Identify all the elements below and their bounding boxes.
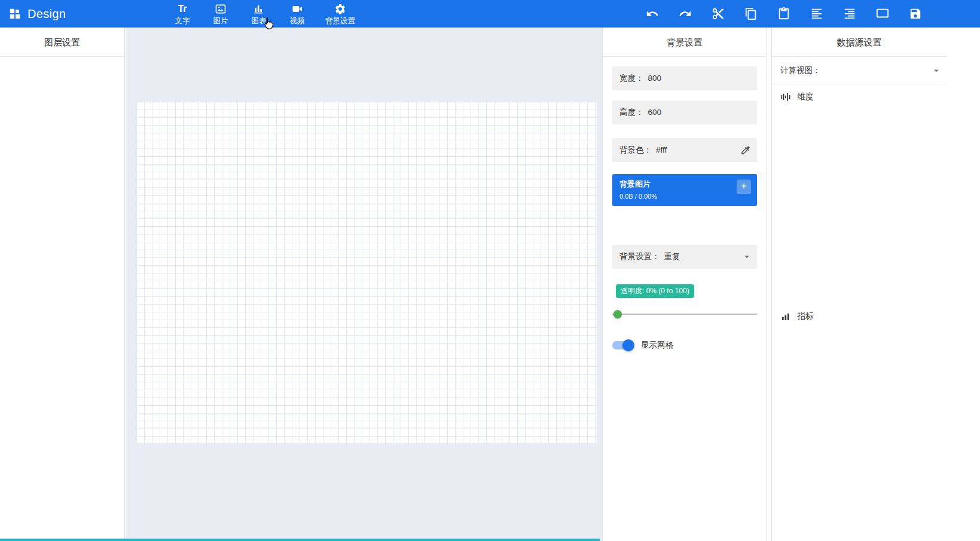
paste-icon[interactable] <box>777 7 791 21</box>
datasource-panel: 数据源设置 计算视图： 维度 <box>771 28 980 541</box>
app-logo-icon <box>8 7 22 20</box>
gear-icon <box>334 2 346 16</box>
datasource-panel-title: 数据源设置 <box>772 28 947 57</box>
background-panel-title: 背景设置 <box>603 28 767 57</box>
cut-icon[interactable] <box>711 7 725 21</box>
opacity-control: 透明度: 0% (0 to 100) <box>612 284 757 318</box>
width-field[interactable]: 宽度：800 <box>612 66 757 90</box>
metric-label: 指标 <box>797 311 814 322</box>
height-label: 高度： <box>619 108 644 117</box>
background-color-label: 背景色： <box>619 145 652 154</box>
app-title: Design <box>28 7 66 21</box>
metric-icon <box>780 311 791 322</box>
dimension-label: 维度 <box>797 92 814 102</box>
tool-chart[interactable]: 图表 <box>249 0 269 26</box>
background-repeat-value: 重复 <box>664 252 680 261</box>
background-settings-panel: 背景设置 宽度：800 高度：600 背景色：#fff 背景图片 0.0B / … <box>602 28 767 541</box>
background-color-value: #fff <box>656 145 667 154</box>
background-color-field[interactable]: 背景色：#fff <box>612 138 757 162</box>
eyedropper-icon[interactable] <box>740 145 751 156</box>
background-repeat-label: 背景设置： <box>619 252 660 261</box>
width-label: 宽度： <box>619 74 644 83</box>
add-image-button[interactable]: + <box>737 180 751 194</box>
computed-view-select[interactable]: 计算视图： <box>772 57 947 84</box>
toggle-knob <box>622 339 634 351</box>
canvas-area <box>126 28 602 541</box>
metric-item[interactable]: 指标 <box>772 304 822 329</box>
chevron-down-icon <box>741 251 752 262</box>
opacity-badge: 透明度: 0% (0 to 100) <box>616 284 694 298</box>
text-icon: Tr <box>178 2 187 16</box>
width-value: 800 <box>648 74 662 83</box>
opacity-slider[interactable] <box>612 310 757 318</box>
show-grid-label: 显示网格 <box>641 340 673 351</box>
tool-text[interactable]: Tr 文字 <box>172 0 193 26</box>
design-app: Design Tr 文字 图片 <box>0 0 980 541</box>
tool-image[interactable]: 图片 <box>210 0 231 26</box>
dimension-icon <box>780 92 791 102</box>
align-left-icon[interactable] <box>810 7 824 21</box>
layers-panel-title: 图层设置 <box>0 28 124 57</box>
copy-icon[interactable] <box>744 7 758 21</box>
design-canvas-grid[interactable] <box>136 102 597 443</box>
show-grid-row: 显示网格 <box>612 340 757 351</box>
background-image-upload[interactable]: 背景图片 0.0B / 0.00% + <box>612 174 757 206</box>
chevron-down-icon <box>931 65 942 76</box>
chart-icon <box>253 2 265 16</box>
background-image-meta: 0.0B / 0.00% <box>619 193 750 200</box>
height-field[interactable]: 高度：600 <box>612 101 757 124</box>
tool-background-settings[interactable]: 背景设置 <box>325 0 355 26</box>
show-grid-toggle[interactable] <box>612 341 633 349</box>
image-icon <box>215 2 227 16</box>
background-repeat-select[interactable]: 背景设置：重复 <box>612 245 757 269</box>
opacity-slider-thumb[interactable] <box>613 310 622 318</box>
save-icon[interactable] <box>908 7 923 21</box>
horizontal-scrollbar[interactable] <box>0 539 600 541</box>
computed-view-label: 计算视图： <box>780 66 821 75</box>
preview-screen-icon[interactable] <box>875 7 890 21</box>
dimension-item[interactable]: 维度 <box>772 84 947 110</box>
redo-icon[interactable] <box>678 7 692 21</box>
insert-toolbar: Tr 文字 图片 <box>172 0 355 28</box>
tool-video[interactable]: 视频 <box>287 0 307 26</box>
top-bar: Design Tr 文字 图片 <box>0 0 980 28</box>
undo-icon[interactable] <box>645 7 660 21</box>
video-icon <box>291 2 303 16</box>
align-right-icon[interactable] <box>842 7 857 21</box>
action-toolbar <box>645 0 923 28</box>
layers-panel: 图层设置 <box>0 28 125 541</box>
opacity-slider-track <box>612 314 757 315</box>
height-value: 600 <box>648 108 662 117</box>
background-image-label: 背景图片 <box>619 179 750 190</box>
